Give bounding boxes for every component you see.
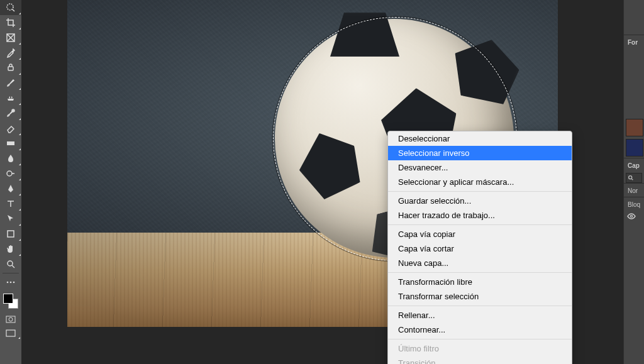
ctx-layer-via-cut[interactable]: Capa vía cortar [388, 241, 572, 256]
svg-rect-13 [6, 330, 15, 336]
frame-tool[interactable] [0, 30, 21, 45]
ctx-fade[interactable]: Desvanecer... [388, 160, 572, 175]
layer-visibility-eye-icon[interactable] [627, 213, 644, 219]
svg-point-10 [13, 282, 15, 284]
ctx-last-filter: Último filtro [388, 341, 572, 356]
toolbar-separator [3, 273, 19, 273]
ctx-sep [388, 339, 572, 339]
ctx-select-inverse[interactable]: Seleccionar inverso [388, 146, 572, 160]
blur-tool[interactable] [0, 151, 21, 166]
ctx-transition: Transición... [388, 356, 572, 364]
left-toolbar [0, 0, 22, 364]
type-tool[interactable] [0, 196, 21, 211]
zoom-tool[interactable] [0, 256, 21, 272]
panel-label-layers[interactable]: Cap [624, 158, 644, 172]
panel-thumb-2[interactable] [626, 139, 643, 157]
ctx-stroke[interactable]: Contornear... [388, 323, 572, 337]
panel-label-shapes: For [624, 35, 644, 48]
color-swatches[interactable] [3, 294, 18, 309]
svg-rect-4 [7, 141, 14, 145]
hand-tool[interactable] [0, 241, 21, 256]
ctx-fill[interactable]: Rellenar... [388, 308, 572, 323]
pen-tool[interactable] [0, 181, 21, 196]
ctx-sep [388, 306, 572, 306]
eraser-tool[interactable] [0, 121, 21, 136]
panel-thumb[interactable] [626, 119, 643, 136]
gradient-tool[interactable] [0, 136, 21, 151]
shape-tool[interactable] [0, 226, 21, 241]
svg-point-8 [7, 282, 9, 284]
edit-toolbar-icon[interactable] [0, 275, 21, 290]
brush-tool[interactable] [0, 75, 21, 91]
ctx-make-work-path[interactable]: Hacer trazado de trabajo... [388, 208, 572, 223]
svg-point-5 [7, 171, 12, 176]
svg-rect-2 [8, 67, 13, 70]
ctx-free-transform[interactable]: Transformación libre [388, 275, 572, 289]
path-selection-tool[interactable] [0, 211, 21, 226]
foreground-color-swatch[interactable] [3, 294, 13, 304]
ctx-transform-selection[interactable]: Transformar selección [388, 289, 572, 304]
quick-selection-tool[interactable] [0, 0, 21, 15]
svg-point-12 [9, 317, 13, 321]
svg-point-15 [630, 215, 632, 217]
screen-mode-toggle[interactable] [0, 326, 21, 340]
eyedropper-tool[interactable] [0, 45, 21, 60]
history-brush-tool[interactable] [0, 106, 21, 121]
dodge-tool[interactable] [0, 166, 21, 181]
quick-mask-toggle[interactable] [0, 312, 21, 326]
svg-point-7 [8, 261, 13, 266]
panel-lock-trunc: Bloq [624, 197, 644, 211]
clone-stamp-tool[interactable] [0, 91, 21, 106]
ctx-new-layer[interactable]: Nueva capa... [388, 256, 572, 270]
crop-tool[interactable] [0, 15, 21, 30]
ctx-select-and-mask[interactable]: Seleccionar y aplicar máscara... [388, 175, 572, 189]
panel-blendmode-trunc[interactable]: Nor [624, 183, 644, 197]
context-menu: Deseleccionar Seleccionar inverso Desvan… [387, 131, 572, 364]
ctx-sep [388, 191, 572, 192]
svg-rect-6 [8, 231, 14, 237]
ctx-save-selection[interactable]: Guardar selección... [388, 194, 572, 208]
right-dock: For Cap Nor Bloq [623, 0, 644, 364]
svg-point-9 [10, 282, 12, 284]
layers-search-icon[interactable] [626, 173, 642, 183]
ctx-layer-via-copy[interactable]: Capa vía copiar [388, 227, 572, 241]
svg-point-0 [7, 4, 13, 10]
ctx-sep [388, 272, 572, 273]
healing-brush-tool[interactable] [0, 60, 21, 75]
ctx-sep [388, 224, 572, 225]
svg-point-14 [629, 176, 632, 179]
ctx-deselect[interactable]: Deseleccionar [388, 131, 572, 146]
